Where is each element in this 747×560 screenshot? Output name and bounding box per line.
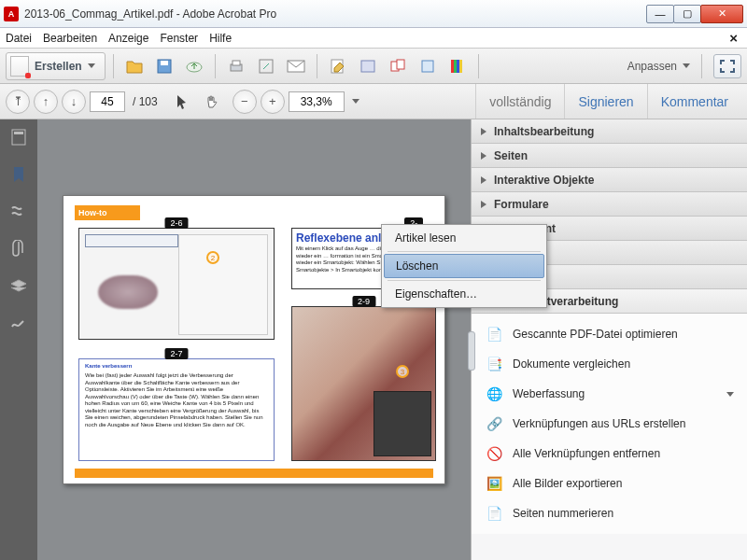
page-footer-band [75, 469, 433, 478]
svg-rect-13 [454, 60, 457, 73]
chevron-right-icon [481, 128, 486, 135]
close-button[interactable]: ✕ [700, 5, 743, 23]
tool-web-capture[interactable]: 🌐Weberfassung [472, 379, 747, 409]
web-icon: 🌐 [485, 385, 503, 403]
context-menu: Artikel lesen Löschen Eigenschaften… [381, 224, 547, 308]
next-page-button[interactable]: ↓ [62, 90, 86, 114]
cm-properties[interactable]: Eigenschaften… [384, 283, 544, 305]
section-interaktive-objekte[interactable]: Interaktive Objekte [472, 168, 747, 192]
navigation-bar: ⤒ ↑ ↓ / 103 − + vollständig Signieren Ko… [0, 84, 747, 119]
email-button[interactable] [283, 53, 309, 79]
menu-bar: Datei Bearbeiten Anzeige Fenster Hilfe × [0, 28, 747, 49]
forms-button[interactable] [415, 53, 441, 79]
scan-button[interactable] [355, 53, 381, 79]
close-document-button[interactable]: × [726, 30, 741, 46]
layers-icon[interactable] [8, 276, 29, 297]
cloud-button[interactable] [181, 53, 207, 79]
cm-delete[interactable]: Löschen [384, 254, 544, 278]
page-howto-label: How-to [75, 205, 140, 220]
customize-menu[interactable]: Anpassen [627, 60, 690, 73]
tab-tools[interactable]: vollständig [475, 84, 564, 119]
svg-rect-11 [422, 61, 433, 72]
tab-comment[interactable]: Kommentar [647, 84, 741, 119]
zoom-in-button[interactable]: + [261, 90, 285, 114]
attachments-icon[interactable] [8, 239, 29, 259]
app-icon: A [4, 7, 19, 21]
page-total-label: / 103 [133, 95, 158, 108]
svg-rect-17 [14, 132, 23, 134]
cm-read-article[interactable]: Artikel lesen [384, 227, 544, 249]
main-toolbar: Erstellen Anpassen [0, 49, 747, 84]
tool-number-pages[interactable]: 📄Seiten nummerieren [472, 498, 747, 528]
zoom-input[interactable] [289, 91, 345, 112]
page-number-input[interactable] [90, 91, 125, 112]
figure-tag: 2-9 [352, 296, 375, 307]
prev-page-button[interactable]: ↑ [34, 90, 58, 114]
signatures-icon[interactable] [8, 314, 29, 334]
navigation-rail [0, 119, 37, 560]
compare-icon: 📑 [485, 355, 503, 373]
link-icon: 🔗 [485, 414, 503, 433]
figure-2-7-body: Wie bei (fast) jeder Auswahl folgt jetzt… [85, 372, 268, 428]
chevron-right-icon [481, 201, 486, 208]
menu-bearbeiten[interactable]: Bearbeiten [43, 32, 97, 45]
open-button[interactable] [121, 53, 148, 79]
chevron-down-icon [683, 63, 690, 68]
section-seiten[interactable]: Seiten [472, 144, 747, 168]
hand-tool-button[interactable] [199, 89, 225, 115]
main-area: How-to 2-6 2 2-7 Kante verbessern Wie be… [0, 119, 747, 560]
svg-rect-15 [459, 60, 462, 73]
figure-tag: 2-6 [164, 217, 188, 229]
maximize-button[interactable]: ▢ [673, 5, 701, 23]
task-tabs: vollständig Signieren Kommentar [475, 84, 741, 119]
bookmarks-icon[interactable] [8, 164, 29, 185]
optimize-icon: 📄 [485, 325, 503, 343]
svg-rect-8 [361, 61, 374, 72]
tool-optimize-scanned[interactable]: 📄Gescannte PDF-Datei optimieren [472, 319, 747, 349]
menu-hilfe[interactable]: Hilfe [209, 32, 232, 45]
menu-anzeige[interactable]: Anzeige [108, 32, 148, 45]
combine-button[interactable] [385, 53, 411, 79]
menu-datei[interactable]: Datei [6, 32, 32, 45]
first-page-button[interactable]: ⤒ [6, 90, 30, 114]
section-body: 📄Gescannte PDF-Datei optimieren 📑Dokumen… [472, 314, 747, 534]
chevron-down-icon [88, 63, 95, 68]
figure-tag: 2-7 [164, 348, 188, 359]
tool-remove-links[interactable]: 🚫Alle Verknüpfungen entfernen [472, 439, 747, 469]
create-label: Erstellen [35, 60, 82, 73]
edit-text-button[interactable] [325, 53, 351, 79]
document-view[interactable]: How-to 2-6 2 2-7 Kante verbessern Wie be… [37, 119, 471, 560]
articles-icon[interactable] [8, 202, 29, 222]
svg-rect-12 [451, 60, 454, 73]
menu-fenster[interactable]: Fenster [160, 32, 198, 45]
panel-splitter-handle[interactable] [468, 331, 475, 371]
share-button[interactable] [253, 53, 279, 79]
thumbnails-icon[interactable] [8, 127, 29, 147]
tab-sign[interactable]: Signieren [564, 84, 646, 119]
select-tool-button[interactable] [169, 89, 195, 115]
chevron-down-icon[interactable] [352, 99, 359, 104]
chevron-right-icon [481, 152, 486, 160]
save-button[interactable] [151, 53, 177, 79]
section-formulare[interactable]: Formulare [472, 192, 747, 217]
print-button[interactable] [223, 53, 249, 79]
tool-export-images[interactable]: 🖼️Alle Bilder exportieren [472, 469, 747, 498]
pages-icon: 📄 [485, 504, 503, 523]
section-inhaltsbearbeitung[interactable]: Inhaltsbearbeitung [472, 119, 747, 144]
tool-create-links[interactable]: 🔗Verknüpfungen aus URLs erstellen [472, 409, 747, 439]
svg-rect-10 [397, 60, 404, 69]
window-title: 2013-06_Commag_Artikel.pdf - Adobe Acrob… [24, 7, 647, 21]
chevron-right-icon [481, 176, 486, 184]
minimize-button[interactable]: — [646, 5, 674, 23]
image-icon: 🖼️ [485, 474, 503, 493]
svg-rect-4 [233, 61, 240, 65]
annotation-marker-3: 3 [396, 365, 409, 378]
figure-2-6: 2-6 2 [78, 228, 275, 340]
multimedia-button[interactable] [444, 53, 471, 79]
figure-2-7: 2-7 Kante verbessern Wie bei (fast) jede… [78, 358, 275, 461]
tool-compare-docs[interactable]: 📑Dokumente vergleichen [472, 349, 747, 379]
zoom-out-button[interactable]: − [233, 90, 257, 114]
fullscreen-button[interactable] [713, 54, 741, 78]
customize-label: Anpassen [627, 60, 677, 73]
create-button[interactable]: Erstellen [6, 52, 106, 80]
